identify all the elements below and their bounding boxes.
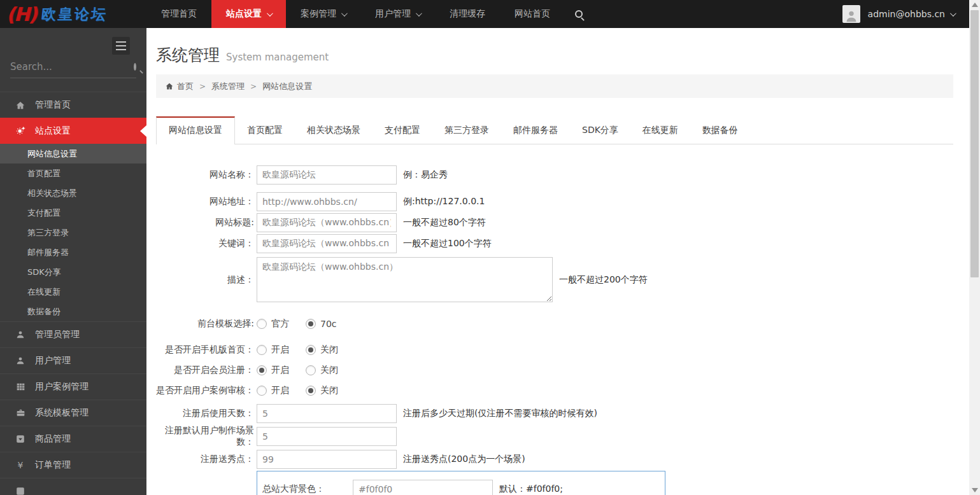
sidebar-item-label: 用户案例管理 bbox=[35, 381, 89, 393]
breadcrumb-system-management[interactable]: 系统管理 bbox=[211, 81, 245, 92]
field-label: 注册后使用天数： bbox=[156, 408, 257, 419]
sidebar-item-label: 管理员管理 bbox=[35, 329, 80, 340]
page-scrollbar[interactable] bbox=[969, 0, 980, 495]
settings-tabs: 网站信息设置 首页配置 相关状态场景 支付配置 第三方登录 邮件服务器 SDK分… bbox=[156, 116, 953, 144]
radio-review-on[interactable] bbox=[257, 386, 267, 396]
submenu-data-backup[interactable]: 数据备份 bbox=[0, 302, 146, 321]
sidebar-item-template-management[interactable]: 系统模板管理 bbox=[0, 400, 146, 426]
gears-icon bbox=[14, 126, 27, 136]
sidebar-item-label: 用户管理 bbox=[35, 355, 71, 366]
tab-third-party-login[interactable]: 第三方登录 bbox=[432, 117, 501, 144]
yen-icon: ¥ bbox=[14, 460, 27, 470]
topnav-site-settings[interactable]: 站点设置 bbox=[211, 0, 286, 28]
sidebar-item-product-management[interactable]: 商品管理 bbox=[0, 426, 146, 452]
tab-mail-server[interactable]: 邮件服务器 bbox=[501, 117, 570, 144]
page-header: 系统管理 System management bbox=[156, 45, 953, 66]
sidebar-item-site-settings[interactable]: 站点设置 bbox=[0, 118, 146, 144]
tab-online-update[interactable]: 在线更新 bbox=[630, 117, 690, 144]
days-after-register-input[interactable] bbox=[257, 404, 397, 423]
register-points-input[interactable] bbox=[257, 450, 397, 469]
keywords-input[interactable] bbox=[257, 234, 397, 253]
field-hint: 一般不超过200个字符 bbox=[559, 274, 648, 286]
form-row-days-after-register: 注册后使用天数： 注册后多少天过期(仅注册不需要审核的时候有效) bbox=[156, 404, 953, 423]
field-label: 网站标题: bbox=[156, 217, 257, 228]
topbar-search-button[interactable] bbox=[565, 0, 593, 28]
topnav-user-management[interactable]: 用户管理 bbox=[360, 0, 435, 28]
sidebar-item-admin-home[interactable]: 管理首页 bbox=[0, 92, 146, 118]
site-url-input[interactable] bbox=[257, 192, 397, 211]
submenu-sdk-share[interactable]: SDK分享 bbox=[0, 262, 146, 282]
field-label: 描述： bbox=[156, 274, 257, 286]
radio-register-on[interactable] bbox=[257, 365, 267, 375]
account-menu[interactable]: admin@ohbbs.cn bbox=[842, 0, 980, 28]
app-logo[interactable]: (H) 欧皇论坛 bbox=[0, 0, 146, 28]
sidebar-search bbox=[10, 61, 136, 78]
radio-template-70c[interactable] bbox=[306, 319, 316, 329]
radio-label: 官方 bbox=[271, 318, 289, 330]
form-row-case-review: 是否开启用户案例审核： 开启 关闭 bbox=[156, 384, 953, 398]
field-label: 网站地址： bbox=[156, 196, 257, 207]
sidebar-item-label: 站点设置 bbox=[35, 125, 71, 137]
form-row-description: 描述： 欧皇源码论坛（www.ohbbs.cn） 一般不超过200个字符 bbox=[156, 257, 953, 302]
background-color-input[interactable] bbox=[353, 480, 493, 495]
chevron-down-icon bbox=[267, 10, 273, 17]
description-textarea[interactable]: 欧皇源码论坛（www.ohbbs.cn） bbox=[257, 257, 553, 302]
scrollbar-thumb[interactable] bbox=[970, 10, 979, 277]
submenu-third-party-login[interactable]: 第三方登录 bbox=[0, 223, 146, 242]
sidebar-item-admin-management[interactable]: 管理员管理 bbox=[0, 321, 146, 347]
tab-sdk-share[interactable]: SDK分享 bbox=[570, 117, 630, 144]
sidebar-item-user-management[interactable]: 用户管理 bbox=[0, 347, 146, 373]
sidebar-item-user-case-management[interactable]: 用户案例管理 bbox=[0, 373, 146, 400]
tab-data-backup[interactable]: 数据备份 bbox=[690, 117, 750, 144]
sidebar-item-partial[interactable] bbox=[0, 478, 146, 495]
radio-register-off[interactable] bbox=[306, 365, 316, 375]
topnav-label: 案例管理 bbox=[301, 8, 336, 20]
topnav-label: 网站首页 bbox=[515, 8, 550, 20]
site-title-input[interactable] bbox=[257, 213, 397, 232]
sidebar-search-input[interactable] bbox=[10, 61, 134, 73]
topnav-case-management[interactable]: 案例管理 bbox=[286, 0, 360, 28]
logo-emblem-icon: (H) bbox=[6, 3, 36, 25]
submenu-mail-server[interactable]: 邮件服务器 bbox=[0, 242, 146, 262]
tab-site-info[interactable]: 网站信息设置 bbox=[156, 116, 235, 144]
scroll-down-arrow-icon[interactable] bbox=[972, 488, 978, 492]
radio-mobile-on[interactable] bbox=[257, 345, 267, 355]
radio-template-official[interactable] bbox=[257, 319, 267, 329]
topnav-site-home[interactable]: 网站首页 bbox=[500, 0, 565, 28]
breadcrumb-home[interactable]: 首页 bbox=[165, 81, 194, 92]
site-name-input[interactable] bbox=[257, 165, 397, 185]
topnav-clear-cache[interactable]: 清理缓存 bbox=[435, 0, 500, 28]
submenu-site-info[interactable]: 网站信息设置 bbox=[0, 144, 146, 164]
person-icon bbox=[14, 356, 27, 365]
topnav-admin-home[interactable]: 管理首页 bbox=[146, 0, 211, 28]
top-navigation: 管理首页 站点设置 案例管理 用户管理 清理缓存 网站首页 bbox=[146, 0, 593, 28]
radio-label: 开启 bbox=[271, 385, 289, 396]
sidebar-collapse-button[interactable] bbox=[112, 37, 130, 55]
submenu-payment-config[interactable]: 支付配置 bbox=[0, 203, 146, 223]
account-email: admin@ohbbs.cn bbox=[868, 9, 945, 19]
field-label: 是否开启会员注册： bbox=[156, 365, 257, 376]
sidebar-item-label: 订单管理 bbox=[35, 459, 71, 471]
breadcrumb-site-info[interactable]: 网站信息设置 bbox=[262, 81, 312, 92]
chevron-down-icon bbox=[341, 10, 348, 17]
form-row-site-url: 网站地址： 例:http://127.0.0.1 bbox=[156, 192, 953, 211]
home-icon bbox=[165, 82, 174, 90]
form-row-site-title: 网站标题: 一般不超过80个字符 bbox=[156, 213, 953, 232]
submenu-online-update[interactable]: 在线更新 bbox=[0, 282, 146, 302]
square-icon bbox=[14, 487, 27, 495]
form-row-default-scene-count: 注册默认用户制作场景数： bbox=[156, 425, 953, 448]
sidebar-item-label: 商品管理 bbox=[35, 433, 71, 445]
default-scene-count-input[interactable] bbox=[257, 427, 397, 446]
submenu-status-scene[interactable]: 相关状态场景 bbox=[0, 183, 146, 203]
tab-payment-config[interactable]: 支付配置 bbox=[373, 117, 432, 144]
sidebar-item-order-management[interactable]: ¥ 订单管理 bbox=[0, 452, 146, 478]
submenu-home-config[interactable]: 首页配置 bbox=[0, 164, 146, 183]
tab-status-scene[interactable]: 相关状态场景 bbox=[295, 117, 373, 144]
tab-home-config[interactable]: 首页配置 bbox=[235, 117, 295, 144]
field-label: 注册默认用户制作场景数： bbox=[156, 425, 257, 448]
search-icon bbox=[575, 10, 583, 18]
sidebar-menu: 管理首页 站点设置 网站信息设置 首页配置 相关状态场景 支付配置 第三方登录 … bbox=[0, 92, 146, 495]
radio-mobile-off[interactable] bbox=[306, 345, 316, 355]
radio-review-off[interactable] bbox=[306, 386, 316, 396]
scroll-up-arrow-icon[interactable] bbox=[972, 3, 978, 7]
